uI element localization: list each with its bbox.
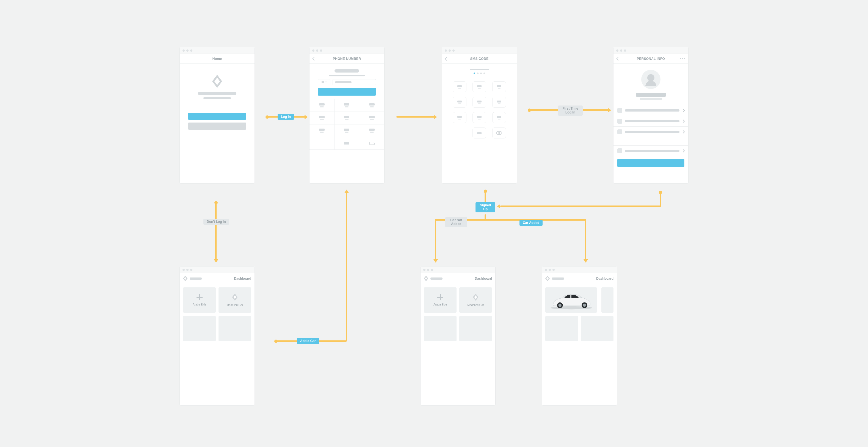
title-text: PHONE NUMBER: [333, 57, 361, 61]
card-models[interactable]: Modelleri Gör: [459, 287, 492, 313]
pin-key-3[interactable]: [492, 81, 506, 92]
card-placeholder: [218, 316, 251, 341]
title-text: Dashboard: [596, 277, 614, 281]
list-item[interactable]: [614, 126, 688, 137]
brand-logo-diamond-icon: [545, 276, 550, 281]
pin-key-7[interactable]: [453, 112, 466, 123]
brand-logo-diamond-icon: [232, 294, 238, 301]
arrow-right-icon: [608, 108, 611, 113]
subheading-placeholder: [329, 75, 365, 76]
flow-label-dont-login: Don't Log in: [204, 219, 229, 225]
list-item[interactable]: [614, 116, 688, 126]
brand-logo-diamond-icon: [473, 294, 478, 301]
avatar-placeholder-icon[interactable]: [641, 70, 660, 89]
screen-dashboard-no-car: Dashboard Araba Ekle Modelleri Gör: [421, 266, 495, 405]
phone-input[interactable]: [333, 79, 376, 85]
list-icon: [617, 119, 622, 124]
traffic-light-dot: [186, 50, 189, 52]
screen-body: [180, 75, 254, 130]
list-item[interactable]: [614, 145, 688, 156]
flow-label-signed-up: Signed Up: [475, 202, 495, 212]
screen-title: PERSONAL INFO: [614, 54, 688, 64]
flow-line: [215, 203, 217, 260]
flow-label-car-added: Car Added: [520, 220, 542, 226]
card-placeholder: [183, 316, 216, 341]
key-empty: [309, 137, 335, 150]
traffic-light-dot: [183, 50, 185, 52]
back-icon[interactable]: [616, 57, 620, 60]
screen-phone-number: PHONE NUMBER: [309, 47, 384, 183]
screen-title: Home: [180, 54, 254, 64]
list-icon: [617, 148, 622, 153]
card-placeholder: [424, 316, 457, 341]
country-code-select[interactable]: [318, 79, 330, 85]
flow-label-add-a-car: Add a Car: [297, 338, 319, 344]
list-icon: [617, 129, 622, 134]
subheading-placeholder: [470, 69, 489, 70]
pin-key-9[interactable]: [492, 112, 506, 123]
submit-button[interactable]: [617, 159, 684, 167]
screen-personal-info: PERSONAL INFO: [614, 47, 688, 183]
pin-key-5[interactable]: [472, 97, 486, 108]
arrow-up-icon: [344, 190, 349, 193]
flow-node: [659, 191, 662, 194]
key-9[interactable]: [359, 124, 384, 137]
card-models[interactable]: Modelleri Gör: [218, 287, 251, 313]
key-7[interactable]: [309, 124, 335, 137]
flow-line: [485, 191, 486, 203]
card-label: Araba Ekle: [433, 303, 447, 306]
code-progress-dots: [450, 72, 508, 74]
chevron-right-icon: [682, 130, 685, 133]
back-icon[interactable]: [445, 57, 448, 60]
key-3[interactable]: [359, 99, 384, 112]
pin-key-2[interactable]: [472, 81, 486, 92]
pin-key-4[interactable]: [453, 97, 466, 108]
window-chrome: [180, 47, 254, 54]
login-button[interactable]: [188, 113, 246, 120]
card-label: Modelleri Gör: [226, 304, 243, 307]
flow-line: [660, 192, 661, 206]
key-1[interactable]: [309, 99, 335, 112]
list-icon: [617, 108, 622, 113]
flow-line: [485, 214, 486, 220]
brand-text-placeholder: [190, 278, 202, 280]
title-text: Dashboard: [475, 277, 492, 281]
dashboard-header: Dashboard: [421, 273, 495, 284]
key-8[interactable]: [335, 124, 360, 137]
window-chrome: [309, 47, 384, 54]
title-text: Dashboard: [234, 277, 251, 281]
card-add-car[interactable]: Araba Ekle: [183, 287, 216, 313]
key-4[interactable]: [309, 112, 335, 124]
pin-key-6[interactable]: [492, 97, 506, 108]
window-chrome: [614, 47, 688, 54]
pin-key-8[interactable]: [472, 112, 486, 123]
card-add-car[interactable]: Araba Ekle: [424, 287, 457, 313]
key-5[interactable]: [335, 112, 360, 124]
flow-line: [396, 116, 435, 118]
dashboard-header: Dashboard: [542, 273, 617, 284]
skip-button[interactable]: [188, 123, 246, 130]
keypad: [309, 99, 384, 150]
back-icon[interactable]: [312, 57, 316, 60]
key-2[interactable]: [335, 99, 360, 112]
key-0[interactable]: [335, 137, 360, 150]
window-chrome: [442, 47, 517, 54]
pin-key-show-icon[interactable]: [492, 127, 506, 138]
card-placeholder: [581, 316, 614, 341]
more-icon[interactable]: [680, 58, 685, 59]
brand-text-placeholder: [430, 278, 442, 280]
pin-key-0[interactable]: [472, 127, 486, 138]
arrow-right-icon: [305, 115, 308, 119]
key-6[interactable]: [359, 112, 384, 124]
list-item[interactable]: [614, 105, 688, 116]
key-backspace-icon[interactable]: [359, 137, 384, 150]
car-image[interactable]: [545, 287, 597, 313]
brand-logo-diamond-icon: [183, 276, 187, 281]
chevron-right-icon: [682, 120, 685, 123]
card-placeholder: [459, 316, 492, 341]
brand-logo-diamond-icon: [212, 75, 222, 88]
screen-sms-code: SMS CODE: [442, 47, 517, 183]
brand-logo-diamond-icon: [424, 276, 428, 281]
continue-button[interactable]: [318, 88, 376, 96]
pin-key-1[interactable]: [453, 81, 466, 92]
